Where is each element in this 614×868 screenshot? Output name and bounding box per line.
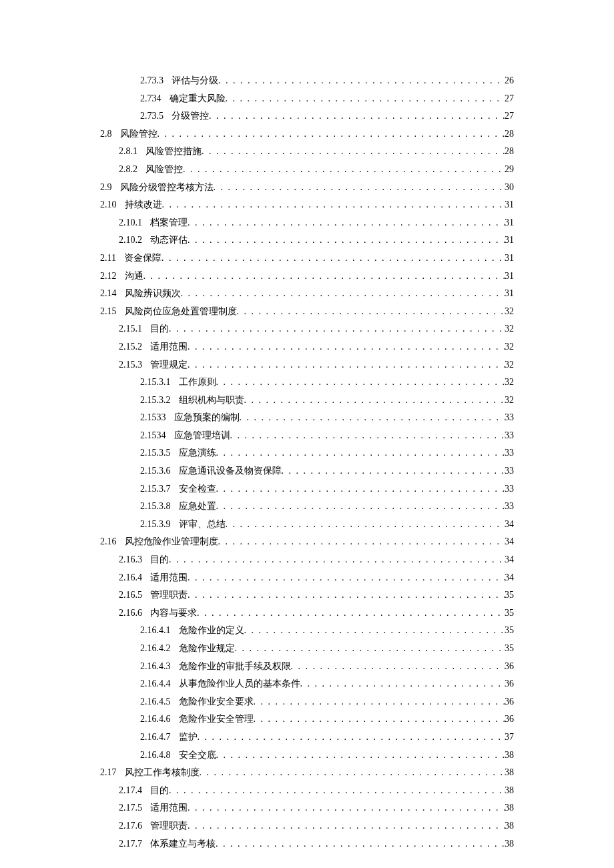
toc-entry-number: 2.9 — [100, 179, 112, 197]
toc-entry-number: 2.15.3.6 — [140, 462, 171, 480]
toc-entry-leader — [218, 72, 505, 90]
toc-entry-title: 目的 — [150, 551, 169, 569]
toc-entry-leader — [254, 693, 505, 711]
toc-entry: 2.17风控工作考核制度38 — [100, 764, 514, 782]
toc-entry-page: 29 — [505, 161, 514, 179]
toc-entry-page: 31 — [505, 250, 514, 268]
toc-entry-number: 2.17.7 — [119, 835, 142, 853]
toc-entry-title: 危险作业安全管理 — [179, 711, 254, 729]
toc-entry-leader — [216, 835, 505, 853]
toc-entry: 2.16.4.1危险作业的定义35 — [100, 622, 514, 640]
toc-entry-number: 2.16.6 — [119, 604, 142, 622]
toc-entry-page: 28 — [505, 125, 514, 143]
toc-entry: 2.16.4.8安全交底38 — [100, 747, 514, 765]
toc-entry-number: 2.15.3.1 — [140, 374, 171, 392]
toc-entry-page: 35 — [505, 604, 514, 622]
toc-entry: 2.15.2适用范围32 — [100, 338, 514, 356]
toc-entry-page: 38 — [505, 817, 514, 835]
toc-entry: 2.8.1风险管控措施28 — [100, 143, 514, 161]
toc-entry-page: 35 — [505, 586, 514, 604]
toc-entry-title: 安全交底 — [179, 747, 216, 765]
toc-entry-title: 风险辨识频次 — [125, 285, 181, 303]
toc-entry-leader — [216, 747, 505, 765]
toc-entry-leader — [181, 285, 505, 303]
toc-entry-page: 35 — [505, 640, 514, 658]
toc-entry-number: 2.15.3.7 — [140, 480, 171, 498]
toc-entry: 2.15.3.7安全检查33 — [100, 480, 514, 498]
toc-entry: 2.14风险辨识频次31 — [100, 285, 514, 303]
toc-entry-leader — [169, 782, 505, 800]
toc-entry-leader — [183, 161, 505, 179]
toc-entry-title: 管理职责 — [150, 817, 188, 835]
toc-entry-page: 37 — [505, 729, 514, 747]
toc-entry-page: 38 — [505, 782, 514, 800]
toc-entry: 2.9风险分级管控考核方法30 — [100, 179, 514, 197]
toc-entry-number: 2.1533 — [140, 409, 166, 427]
toc-entry: 2.16.4.3危险作业的审批手续及权限36 — [100, 658, 514, 676]
toc-entry-title: 危险作业安全要求 — [179, 693, 254, 711]
toc-entry-number: 2.16.4.7 — [140, 729, 171, 747]
toc-entry: 2.15.3.5应急演练33 — [100, 444, 514, 462]
toc-entry-page: 38 — [505, 799, 514, 817]
toc-entry-leader — [218, 533, 505, 551]
toc-entry-number: 2.15.3.9 — [140, 516, 171, 534]
toc-entry-leader — [216, 480, 505, 498]
toc-entry-leader — [226, 90, 505, 108]
toc-entry-title: 目的 — [150, 782, 169, 800]
toc-entry-leader — [188, 569, 505, 587]
toc-entry-leader — [237, 303, 505, 321]
toc-entry: 2.15风险岗位应急处置管理制度32 — [100, 303, 514, 321]
toc-entry: 2.12沟通31 — [100, 268, 514, 286]
document-page: 2.73.3评估与分级262.734确定重大风险272.73.5分级管控272.… — [0, 0, 614, 868]
toc-entry: 2.16.4.7监护37 — [100, 729, 514, 747]
toc-entry-number: 2.16.4.1 — [140, 622, 171, 640]
toc-entry-leader — [162, 250, 505, 268]
toc-entry: 2.17.7体系建立与考核38 — [100, 835, 514, 853]
toc-entry-number: 2.15.3.5 — [140, 444, 171, 462]
toc-entry-page: 33 — [505, 427, 514, 445]
toc-entry-page: 34 — [505, 569, 514, 587]
toc-entry-title: 资金保障 — [124, 250, 162, 268]
toc-entry-leader — [188, 817, 505, 835]
toc-entry: 2.16.4.5危险作业安全要求36 — [100, 693, 514, 711]
toc-entry-leader — [244, 622, 505, 640]
toc-entry-number: 2.16 — [100, 533, 117, 551]
toc-entry-number: 2.16.5 — [119, 586, 142, 604]
toc-entry-title: 管理规定 — [150, 356, 188, 374]
toc-entry-leader — [244, 392, 505, 410]
toc-entry-page: 32 — [505, 392, 514, 410]
toc-entry-leader — [291, 658, 505, 676]
toc-entry: 2.15.3.6应急通讯设备及物资保障33 — [100, 462, 514, 480]
toc-entry-leader — [209, 107, 505, 125]
toc-entry-title: 安全检查 — [179, 480, 216, 498]
toc-entry-number: 2.16.3 — [119, 551, 142, 569]
toc-entry-number: 2.16.4.6 — [140, 711, 171, 729]
toc-entry-title: 风控工作考核制度 — [125, 764, 200, 782]
toc-entry-title: 分级管控 — [172, 107, 209, 125]
toc-entry: 2.15.3.2组织机构与职责32 — [100, 392, 514, 410]
toc-entry-leader — [230, 427, 505, 445]
toc-entry: 2.17.6管理职责38 — [100, 817, 514, 835]
toc-entry-leader — [235, 640, 505, 658]
toc-entry-title: 档案管理 — [150, 214, 188, 232]
toc-entry-page: 38 — [505, 747, 514, 765]
toc-entry-title: 适用范围 — [150, 569, 188, 587]
toc-entry-number: 2.17.4 — [119, 782, 142, 800]
toc-entry-number: 2.16.4 — [119, 569, 142, 587]
toc-entry-page: 32 — [505, 320, 514, 338]
toc-entry-number: 2.734 — [140, 90, 162, 108]
toc-entry-page: 36 — [505, 711, 514, 729]
toc-entry-number: 2.8 — [100, 125, 112, 143]
toc-entry-page: 31 — [505, 232, 514, 250]
toc-entry-title: 风险管控 — [145, 161, 183, 179]
toc-entry-page: 33 — [505, 480, 514, 498]
toc-entry-title: 风控危险作业管理制度 — [125, 533, 218, 551]
toc-entry-number: 2.17.5 — [119, 799, 142, 817]
toc-entry-number: 2.16.4.5 — [140, 693, 171, 711]
toc-entry-title: 管理职责 — [150, 586, 188, 604]
toc-entry: 2.16.4.4从事危险作业人员的基本条件36 — [100, 675, 514, 693]
toc-entry: 2.17.5适用范围38 — [100, 799, 514, 817]
toc-entry-title: 应急处置 — [179, 498, 216, 516]
toc-entry-title: 危险作业的定义 — [179, 622, 244, 640]
toc-entry-leader — [188, 799, 505, 817]
